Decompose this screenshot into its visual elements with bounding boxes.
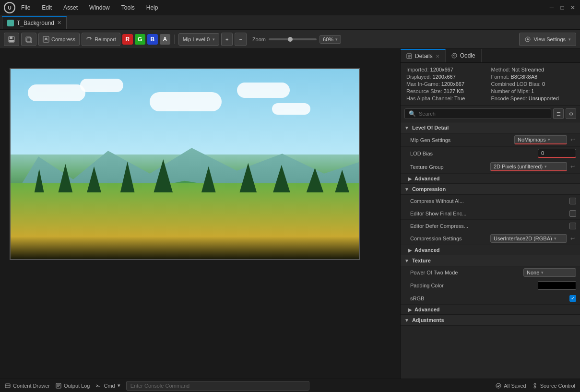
svg-marker-16 [239,163,257,192]
zoom-value-display[interactable]: 60% ▾ [320,35,341,44]
lod-advanced-arrow: ▶ [408,176,412,181]
reimport-label: Reimport [95,36,116,42]
editor-defer-compress-checkbox[interactable] [569,223,576,229]
lod-section-title: Level Of Detail [412,125,449,131]
section-texture[interactable]: ▼ Texture [401,255,580,266]
editor-show-final-value [569,210,576,217]
reimport-button[interactable]: Reimport [82,33,120,46]
svg-rect-4 [9,40,14,42]
power-of-two-dropdown[interactable]: None ▾ [523,268,576,277]
mip-gen-dropdown-text: NoMipmaps [518,137,546,143]
zoom-slider[interactable] [269,38,317,40]
compression-advanced-section[interactable]: ▶ Advanced [401,245,580,255]
info-max-in-game: Max In-Game: 1200x667 [406,81,490,87]
texture-group-dropdown[interactable]: 2D Pixels (unfiltered) ▾ [490,162,567,171]
search-input-wrap[interactable]: 🔍 [404,108,551,119]
editor-show-final-checkbox[interactable] [569,210,576,217]
lod-bias-input[interactable] [538,149,576,158]
mip-add-button[interactable]: + [221,33,233,46]
mip-gen-reset-button[interactable]: ↩ [569,136,576,143]
image-frame [10,68,360,260]
svg-marker-11 [58,164,72,192]
compress-button[interactable]: Compress [38,33,80,46]
save-button[interactable] [4,33,19,46]
view-settings-button[interactable]: View Settings ▾ [519,33,576,46]
output-log-label: Output Log [64,383,90,389]
tab-details[interactable]: Details ✕ [401,49,446,62]
close-button[interactable]: ✕ [569,4,576,11]
view-settings-label: View Settings [534,36,566,42]
info-displayed: Displayed: 1200x667 [406,74,490,80]
menu-file[interactable]: File [19,3,32,12]
panel-tabs: Details ✕ Oodle [401,49,580,63]
info-lod-bias: Combined LOD Bias: 0 [491,81,575,87]
mip-gen-dropdown[interactable]: NoMipmaps ▾ [514,135,567,144]
mip-remove-button[interactable]: − [235,33,246,46]
app-logo: U [4,2,15,13]
filter-button[interactable]: ☰ [553,108,564,119]
power-of-two-dropdown-arrow: ▾ [541,270,544,275]
compression-settings-reset-button[interactable]: ↩ [569,235,576,242]
menu-window[interactable]: Window [87,3,112,12]
padding-color-swatch[interactable] [538,281,576,290]
prop-texture-group: Texture Group 2D Pixels (unfiltered) ▾ ↩ [401,160,580,174]
tab-t-background[interactable]: T_Background ✕ [2,16,67,29]
menu-asset[interactable]: Asset [61,3,80,12]
info-format: Format: B8G8R8A8 [491,74,575,80]
prop-power-of-two: Power Of Two Mode None ▾ [401,266,580,279]
texture-group-label: Texture Group [410,164,486,170]
search-input[interactable] [419,111,547,117]
channel-r-button[interactable]: R [122,34,133,45]
menu-edit[interactable]: Edit [40,3,54,12]
srgb-checkbox[interactable]: ✓ [569,295,576,302]
texture-advanced-section[interactable]: ▶ Advanced [401,305,580,315]
source-control-button[interactable]: Source Control [532,383,575,389]
svg-marker-10 [35,169,44,192]
menu-tools[interactable]: Tools [119,3,137,12]
tab-close-button[interactable]: ✕ [57,20,61,26]
section-adjustments[interactable]: ▼ Adjustments [401,315,580,326]
console-input[interactable] [126,381,309,391]
adjustments-section-arrow: ▼ [404,318,409,323]
mip-dropdown-arrow: ▾ [213,37,215,42]
mip-gen-label: Mip Gen Settings [410,137,510,143]
settings-button[interactable]: ⚙ [566,108,576,119]
compression-settings-value: UserInterface2D (RGBA) ▾ ↩ [490,234,576,243]
image-canvas [11,69,359,259]
content-drawer-button[interactable]: Content Drawer [5,383,50,389]
all-saved-indicator[interactable]: All Saved [496,383,526,389]
compress-without-alpha-checkbox[interactable] [569,198,576,204]
details-tab-close[interactable]: ✕ [436,54,439,59]
channel-a-button[interactable]: A [160,34,170,45]
tab-oodle[interactable]: Oodle [446,49,482,62]
srgb-checkmark: ✓ [571,296,575,301]
svg-marker-13 [120,162,135,192]
texture-group-reset-button[interactable]: ↩ [569,163,576,170]
cmd-button[interactable]: Cmd ▾ [95,382,120,389]
menu-help[interactable]: Help [144,3,160,12]
mip-level-dropdown[interactable]: Mip Level 0 ▾ [178,33,219,46]
minimize-button[interactable]: ─ [548,4,555,11]
compression-settings-dropdown[interactable]: UserInterface2D (RGBA) ▾ [490,234,567,243]
zoom-dropdown-arrow: ▾ [335,37,338,42]
prop-editor-show-final: Editor Show Final Enc... [401,207,580,220]
channel-g-button[interactable]: G [135,34,145,45]
output-log-button[interactable]: Output Log [56,383,90,389]
toolbar: Compress Reimport R G B A Mip Level 0 ▾ … [0,30,580,49]
svg-point-9 [527,38,529,40]
cmd-arrow: ▾ [118,382,120,389]
lod-advanced-section[interactable]: ▶ Advanced [401,174,580,184]
search-actions: ☰ ⚙ [553,108,576,119]
channel-b-button[interactable]: B [147,34,158,45]
save-all-button[interactable] [21,33,36,46]
cloud-3 [150,92,222,111]
section-compression[interactable]: ▼ Compression [401,184,580,195]
texture-section-arrow: ▼ [404,258,409,263]
properties-section[interactable]: 🔍 ☰ ⚙ ▼ Level Of Detail Mip Gen Settings [401,106,580,379]
padding-color-value [538,281,576,290]
title-bar: U File Edit Asset Window Tools Help ─ □ … [0,0,580,15]
section-level-of-detail[interactable]: ▼ Level Of Detail [401,122,580,133]
compression-advanced-title: Advanced [414,247,440,253]
viewport[interactable] [0,49,400,379]
restore-button[interactable]: □ [559,4,566,11]
